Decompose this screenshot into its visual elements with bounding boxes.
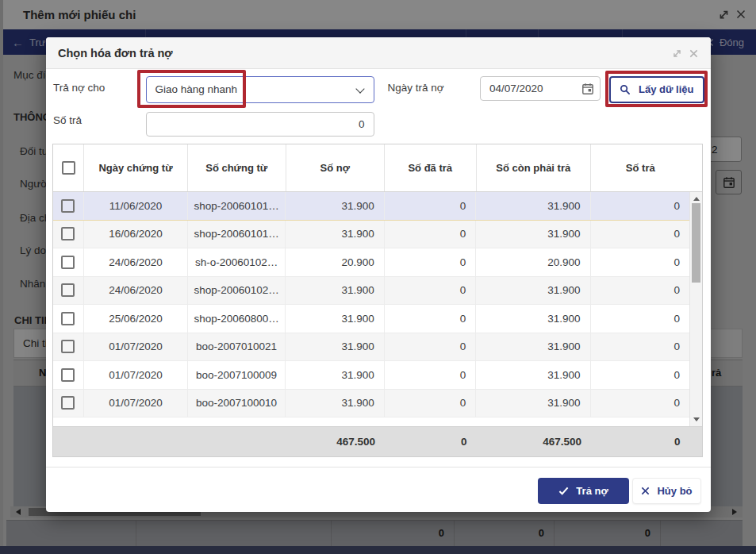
annotation-box-pay-to <box>137 70 246 108</box>
cancel-button[interactable]: Hủy bỏ <box>632 478 701 504</box>
table-total: 0 <box>385 427 477 456</box>
invoice-table-body: 11/06/2020shop-20060101…31.900031.900016… <box>53 192 702 426</box>
select-all-checkbox[interactable] <box>62 161 75 175</box>
table-cell: 0 <box>385 305 476 333</box>
column-header[interactable]: Số còn phải trả <box>477 144 592 191</box>
table-cell: 31.900 <box>286 277 384 305</box>
table-cell: shop-20060102… <box>188 277 286 305</box>
table-cell: boo-2007010021 <box>188 333 286 361</box>
table-cell: 0 <box>591 333 689 361</box>
table-cell: 31.900 <box>286 192 384 220</box>
select-all-header <box>53 144 84 191</box>
row-checkbox[interactable] <box>61 368 75 382</box>
table-cell: 11/06/2020 <box>84 192 188 220</box>
row-checkbox[interactable] <box>61 256 75 269</box>
table-cell: 0 <box>591 305 689 333</box>
pay-debt-button[interactable]: Trả nợ <box>538 478 629 504</box>
modal-maximize-icon[interactable] <box>672 48 682 59</box>
amount-value: 0 <box>359 113 365 136</box>
table-cell: 16/06/2020 <box>84 221 188 248</box>
column-header[interactable]: Số chứng từ <box>188 144 286 191</box>
table-cell: boo-2007100010 <box>188 390 286 417</box>
screen: Thêm mới phiếu chi ← Trước Đóng Mục đích <box>0 0 756 554</box>
date-input[interactable]: 04/07/2020 <box>480 76 601 102</box>
table-cell: 25/06/2020 <box>84 305 188 333</box>
row-checkbox[interactable] <box>61 340 75 353</box>
column-header[interactable]: Ngày chứng từ <box>84 144 188 191</box>
table-cell: shop-20060101… <box>188 192 286 220</box>
scroll-up-icon[interactable] <box>693 197 700 201</box>
table-cell: 31.900 <box>476 221 590 248</box>
table-cell: 0 <box>591 361 689 389</box>
table-cell: 0 <box>385 192 476 220</box>
table-cell: 31.900 <box>476 277 590 305</box>
table-cell: 31.900 <box>476 305 590 333</box>
column-header[interactable]: Số đã trả <box>385 144 477 191</box>
modal-choose-invoice: Chọn hóa đơn trả nợ Trả nợ cho Giao hàng… <box>46 37 711 512</box>
table-cell: 31.900 <box>476 390 590 417</box>
table-cell: 01/07/2020 <box>84 333 188 361</box>
table-cell: 31.900 <box>476 333 590 361</box>
table-row[interactable]: 24/06/2020shop-20060102…31.900031.9000 <box>53 277 689 306</box>
table-row[interactable]: 24/06/2020sh-o-20060102…20.900020.9000 <box>53 248 689 277</box>
table-cell: shop-20060800… <box>188 305 286 333</box>
column-header[interactable]: Số trả <box>591 144 690 191</box>
modal-footer-divider <box>46 467 711 467</box>
modal-header: Chọn hóa đơn trả nợ <box>46 37 711 69</box>
modal-close-icon[interactable] <box>689 48 699 59</box>
vertical-scrollbar[interactable] <box>689 192 702 426</box>
date-value: 04/07/2020 <box>489 77 543 100</box>
table-cell: 24/06/2020 <box>84 248 188 276</box>
table-row[interactable]: 25/06/2020shop-20060800…31.900031.9000 <box>53 305 689 333</box>
table-cell: 31.900 <box>286 361 384 389</box>
row-checkbox[interactable] <box>61 199 75 213</box>
table-cell: 0 <box>591 248 689 276</box>
row-checkbox[interactable] <box>61 227 75 240</box>
table-row[interactable]: 16/06/2020shop-20060101…31.900031.9000 <box>53 221 689 249</box>
table-cell: 0 <box>591 390 689 417</box>
invoice-table-footer: 467.5000467.5000 <box>53 426 702 456</box>
pay-to-label: Trả nợ cho <box>53 76 105 100</box>
modal-title: Chọn hóa đơn trả nợ <box>58 37 173 69</box>
table-cell: 0 <box>385 333 476 361</box>
check-icon <box>558 486 569 496</box>
table-row[interactable]: 01/07/2020boo-200710001031.900031.9000 <box>53 390 689 418</box>
table-cell: 20.900 <box>476 248 590 276</box>
table-row[interactable]: 01/07/2020boo-200701002131.900031.9000 <box>53 333 689 362</box>
invoice-table-header: Ngày chứng từSố chứng từSố nợSố đã trảSố… <box>53 144 702 192</box>
table-cell: 31.900 <box>476 192 590 220</box>
row-checkbox[interactable] <box>61 283 75 297</box>
amount-input[interactable]: 0 <box>146 112 375 137</box>
table-total: 467.500 <box>477 427 592 456</box>
table-cell: 0 <box>591 277 689 305</box>
table-cell: 20.900 <box>286 248 384 276</box>
table-cell: 0 <box>385 248 476 276</box>
invoice-table: Ngày chứng từSố chứng từSố nợSố đã trảSố… <box>52 144 703 457</box>
row-checkbox[interactable] <box>61 312 75 325</box>
column-header[interactable]: Số nợ <box>286 144 386 191</box>
scroll-down-icon[interactable] <box>693 417 700 421</box>
table-cell: 0 <box>591 221 689 248</box>
table-footer-cell <box>188 427 286 456</box>
table-cell: 01/07/2020 <box>84 361 188 389</box>
table-cell: shop-20060101… <box>188 221 286 248</box>
close-icon <box>641 487 650 495</box>
cancel-label: Hủy bỏ <box>657 485 692 497</box>
annotation-box-fetch <box>605 71 708 107</box>
table-cell: 0 <box>385 361 476 389</box>
table-cell: 0 <box>385 390 476 417</box>
calendar-icon[interactable] <box>581 83 594 95</box>
table-cell: 0 <box>385 277 476 305</box>
table-cell: boo-2007100009 <box>188 361 286 389</box>
table-cell: 31.900 <box>286 390 384 417</box>
table-cell: 0 <box>591 192 689 220</box>
table-row[interactable]: 11/06/2020shop-20060101…31.900031.9000 <box>53 192 689 221</box>
table-total: 467.500 <box>286 427 386 456</box>
table-rows: 11/06/2020shop-20060101…31.900031.900016… <box>53 192 702 417</box>
table-row[interactable]: 01/07/2020boo-200710000931.900031.9000 <box>53 361 689 390</box>
date-label: Ngày trả nợ <box>388 76 444 100</box>
row-checkbox[interactable] <box>61 396 75 410</box>
amount-label: Số trả <box>53 109 82 133</box>
table-cell: 24/06/2020 <box>84 277 188 305</box>
vertical-scrollbar-thumb[interactable] <box>692 203 700 283</box>
